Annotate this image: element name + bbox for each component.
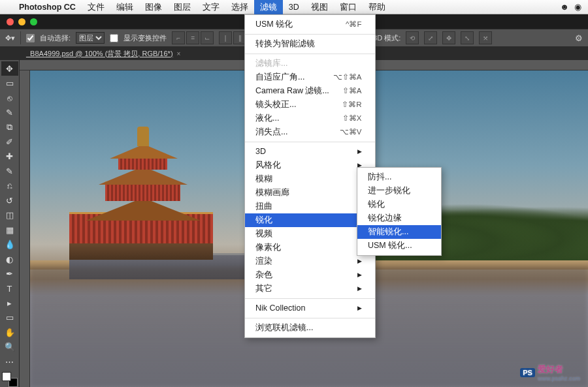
mode-3d-label: 3D 模式: [373,33,400,43]
eyedropper-tool[interactable]: ✐ [1,134,18,149]
filter-vanishing-point[interactable]: 消失点...⌥⌘V [245,125,375,139]
sharpen-basic[interactable]: 锐化 [357,198,441,211]
edit-toolbar-button[interactable]: ⋯ [1,354,18,369]
filter-other-submenu[interactable]: 其它▶ [245,282,375,296]
slide-3d-button[interactable]: ⤡ [461,31,474,44]
align-bottom-button[interactable]: ⌙ [201,31,214,44]
document-tab[interactable]: _B8A4999.psd @ 100% (背景 拷贝, RGB/16*) [26,49,173,59]
menu-help[interactable]: 帮助 [363,0,391,14]
filter-video-submenu[interactable]: 视频▶ [245,227,375,241]
shape-tool[interactable]: ▭ [1,311,18,325]
align-top-button[interactable]: ⌐ [172,31,185,44]
auto-select-checkbox[interactable] [26,34,35,42]
sharpen-submenu: 防抖... 进一步锐化 锐化 锐化边缘 智能锐化... USM 锐化... [357,167,442,256]
healing-brush-tool[interactable]: ✚ [1,149,18,164]
filter-blur-gallery-submenu[interactable]: 模糊画廊▶ [245,186,375,200]
filter-nik-collection[interactable]: Nik Collection▶ [245,302,375,315]
blur-tool[interactable]: 💧 [1,237,18,251]
menu-file[interactable]: 文件 [82,0,110,14]
dodge-tool[interactable]: ◐ [1,252,18,266]
type-tool[interactable]: T [1,281,18,296]
show-transform-label: 显示变换控件 [123,33,167,43]
show-transform-checkbox[interactable] [110,34,118,42]
filter-liquify[interactable]: 液化...⇧⌘X [245,112,375,125]
zoom-window-button[interactable] [30,18,37,25]
options-gear-icon[interactable]: ⚙ [575,33,583,43]
marquee-tool[interactable]: ▭ [1,76,18,90]
move-tool[interactable]: ✥ [1,61,18,76]
history-brush-tool[interactable]: ↺ [1,193,18,208]
align-vcenter-button[interactable]: = [186,31,199,44]
filter-sharpen-submenu[interactable]: 锐化▶ [245,213,375,227]
menu-filter[interactable]: 滤镜 [254,0,283,14]
filter-convert-smart[interactable]: 转换为智能滤镜 [245,37,375,51]
filter-last-used[interactable]: USM 锐化^⌘F [245,18,375,31]
ruler-vertical[interactable] [20,70,30,387]
watermark: PS 爱好者 www.psahz.com [520,364,580,382]
menu-layer[interactable]: 图层 [168,0,197,14]
sharpen-more[interactable]: 进一步锐化 [357,184,441,198]
move-tool-indicator-icon: ✥▾ [5,34,15,42]
filter-menu-dropdown: USM 锐化^⌘F 转换为智能滤镜 滤镜库... 自适应广角...⌥⇧⌘A Ca… [244,14,376,338]
align-left-button[interactable]: | [219,31,232,44]
filter-camera-raw[interactable]: Camera Raw 滤镜...⇧⌘A [245,84,375,98]
lasso-tool[interactable]: ⎋ [1,91,18,105]
tool-panel: ✥ ▭ ⎋ ✎ ⧉ ✐ ✚ ✎ ⎌ ↺ ◫ ▦ 💧 ◐ ✒ T ▸ ▭ ✋ 🔍 … [0,60,20,387]
crop-tool[interactable]: ⧉ [1,120,18,134]
watermark-url: www.psahz.com [538,375,580,382]
sharpen-usm[interactable]: USM 锐化... [357,239,441,253]
align-group: ⌐ = ⌙ [172,31,214,44]
status-cc-icon[interactable]: ◉ [574,2,581,12]
auto-select-label: 自动选择: [40,33,71,43]
filter-noise-submenu[interactable]: 杂色▶ [245,268,375,282]
filter-browse-online[interactable]: 浏览联机滤镜... [245,321,375,335]
sharpen-edges[interactable]: 锐化边缘 [357,211,441,225]
eraser-tool[interactable]: ◫ [1,208,18,223]
orbit-3d-button[interactable]: ⟲ [406,31,419,44]
app-menu[interactable]: Photoshop CC [13,0,82,14]
zoom-tool[interactable]: 🔍 [1,340,18,354]
close-tab-button[interactable]: × [177,50,181,57]
brush-tool[interactable]: ✎ [1,164,18,178]
menu-select[interactable]: 选择 [225,0,254,14]
gradient-tool[interactable]: ▦ [1,223,18,237]
filter-render-submenu[interactable]: 渲染▶ [245,255,375,268]
filter-distort-submenu[interactable]: 扭曲▶ [245,200,375,213]
menu-window[interactable]: 窗口 [334,0,363,14]
filter-3d-submenu[interactable]: 3D▶ [245,145,375,159]
watermark-title: 爱好者 [538,364,563,374]
minimize-window-button[interactable] [18,18,25,25]
close-window-button[interactable] [7,18,14,25]
auto-select-target[interactable]: 图层 [76,32,105,44]
roll-3d-button[interactable]: ⤢ [424,31,437,44]
hand-tool[interactable]: ✋ [1,325,18,339]
macos-menubar: Photoshop CC 文件 编辑 图像 图层 文字 选择 滤镜 3D 视图 … [0,0,588,14]
sharpen-shake-reduction[interactable]: 防抖... [357,170,441,184]
quick-select-tool[interactable]: ✎ [1,105,18,119]
pen-tool[interactable]: ✒ [1,266,18,281]
filter-blur-submenu[interactable]: 模糊▶ [245,172,375,186]
pan-3d-button[interactable]: ✥ [442,31,455,44]
path-select-tool[interactable]: ▸ [1,296,18,310]
menu-3d[interactable]: 3D [283,0,305,14]
menu-edit[interactable]: 编辑 [110,0,139,14]
filter-stylize-submenu[interactable]: 风格化▶ [245,159,375,172]
status-wechat-icon[interactable]: ☻ [560,2,569,12]
menu-view[interactable]: 视图 [305,0,334,14]
clone-stamp-tool[interactable]: ⎌ [1,179,18,193]
filter-pixelate-submenu[interactable]: 像素化▶ [245,241,375,255]
sharpen-smart[interactable]: 智能锐化... [357,225,441,239]
filter-adaptive-wide[interactable]: 自适应广角...⌥⇧⌘A [245,70,375,84]
color-swatches[interactable] [2,372,18,387]
menu-image[interactable]: 图像 [139,0,168,14]
menu-type[interactable]: 文字 [197,0,225,14]
filter-gallery: 滤镜库... [245,57,375,70]
scale-3d-button[interactable]: ⤧ [479,31,492,44]
watermark-logo: PS [520,368,535,377]
filter-lens-correction[interactable]: 镜头校正...⇧⌘R [245,98,375,112]
